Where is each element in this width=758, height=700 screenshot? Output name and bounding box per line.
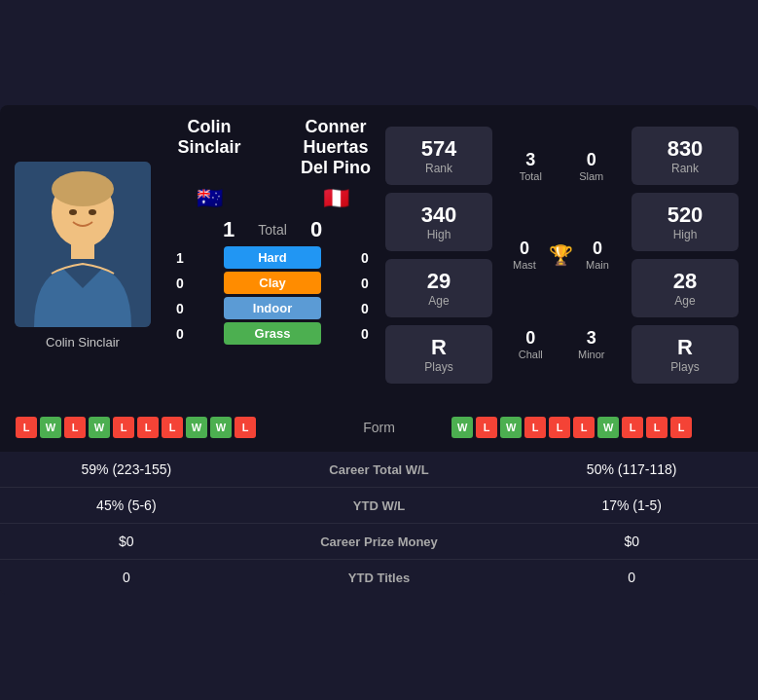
player1-minor-lbl: Minor: [578, 349, 605, 360]
player1-rank-val: 574: [421, 136, 457, 162]
player2-plays-val: R: [677, 335, 693, 360]
form-label: Form: [307, 420, 451, 435]
player1-high-val: 340: [421, 203, 457, 228]
player1-plays-lbl: Plays: [424, 360, 452, 374]
form-badge: L: [113, 417, 134, 438]
player1-plays-val: R: [431, 335, 447, 360]
career-stat-right: $0: [505, 534, 758, 549]
player1-total-item: 3 Total: [506, 150, 555, 182]
player2-rank-val: 830: [668, 136, 704, 162]
player2-rank-lbl: Rank: [671, 162, 699, 175]
svg-point-2: [52, 171, 114, 206]
player2-hard-score: 0: [350, 250, 379, 266]
form-badge: L: [646, 417, 668, 438]
form-badge: W: [500, 417, 522, 438]
player2-flag: 🇵🇪: [292, 186, 379, 211]
player2-stats-col: 830 Rank 520 High 28 Age R Plays: [626, 117, 742, 393]
career-stats-table: 59% (223-155) Career Total W/L 50% (117-…: [0, 452, 758, 595]
player2-age-box: 28 Age: [632, 259, 739, 317]
player2-total-score: 0: [302, 217, 331, 242]
player1-main-item: 0 Main: [573, 239, 622, 271]
total-label: Total: [243, 222, 302, 238]
player1-grass-score: 0: [165, 326, 195, 342]
career-stats-row: 0 YTD Titles 0: [0, 560, 758, 595]
player2-form-badges: WLWLLLWLLL: [451, 417, 742, 438]
player2-indoor-score: 0: [350, 301, 379, 316]
form-badge: L: [162, 417, 183, 438]
form-badge: L: [622, 417, 643, 438]
indoor-row: 0 Indoor 0: [165, 297, 379, 319]
player1-flag: 🇦🇺: [165, 186, 253, 211]
player2-chall-item: 0 Chall: [752, 328, 758, 360]
form-row: LWLWLLLWWL Form WLWLLLWLLL: [16, 417, 742, 438]
player1-slam-lbl: Slam: [579, 170, 603, 182]
form-section: LWLWLLLWWL Form WLWLLLWLLL: [0, 405, 758, 452]
form-badge: L: [137, 417, 159, 438]
player1-name: Colin Sinclair: [165, 117, 253, 158]
player2-rank-box: 830 Rank: [632, 127, 739, 185]
player2-high-lbl: High: [673, 228, 698, 241]
career-stat-left: 45% (5-6): [0, 497, 253, 513]
player1-stats-col: 574 Rank 340 High 29 Age R Plays: [379, 117, 496, 393]
player1-main-lbl: Main: [586, 259, 609, 271]
player1-high-lbl: High: [427, 228, 451, 241]
player2-total-item: 0 Total: [752, 150, 758, 182]
clay-label: Clay: [224, 272, 321, 294]
player1-minor-val: 3: [587, 328, 596, 349]
hard-label: Hard: [224, 246, 321, 269]
career-stat-center: YTD W/L: [253, 498, 506, 513]
form-badge: W: [40, 417, 61, 438]
form-badge: L: [670, 417, 692, 438]
player2-clay-score: 0: [350, 276, 379, 291]
match-card: Colin Sinclair Colin Sinclair Conner Hue…: [0, 105, 758, 595]
career-stat-left: 0: [0, 570, 253, 585]
career-stat-center: Career Prize Money: [253, 534, 506, 549]
form-badge: W: [186, 417, 207, 438]
player1-slam-val: 0: [587, 150, 596, 170]
player1-age-lbl: Age: [428, 294, 449, 308]
clay-row: 0 Clay 0: [165, 272, 379, 294]
player1-photo-label: Colin Sinclair: [46, 335, 120, 350]
player1-small-stats: 3 Total 0 Slam 0 Mast 🏆 0 Main: [496, 117, 626, 393]
player1-main-val: 0: [593, 239, 602, 259]
player1-total-val: 3: [525, 150, 535, 170]
player2-age-val: 28: [673, 269, 697, 294]
form-badge: L: [524, 417, 546, 438]
total-score-row: 1 Total 0: [165, 217, 379, 242]
player-names-row: Colin Sinclair Conner Huertas Del Pino: [165, 117, 379, 178]
career-stats-row: $0 Career Prize Money $0: [0, 524, 758, 560]
player1-total-score: 1: [214, 217, 243, 242]
player1-total-lbl: Total: [520, 170, 542, 182]
indoor-label: Indoor: [224, 297, 321, 319]
player1-age-box: 29 Age: [385, 259, 492, 317]
player1-photo: [15, 162, 151, 327]
career-stat-center: YTD Titles: [253, 571, 506, 585]
player1-plays-box: R Plays: [385, 325, 492, 384]
form-badge: L: [16, 417, 37, 438]
player2-name: Conner Huertas Del Pino: [292, 117, 379, 178]
form-badge: L: [64, 417, 86, 438]
player1-minor-item: 3 Minor: [567, 328, 616, 360]
player2-age-lbl: Age: [674, 294, 695, 308]
player1-rank-lbl: Rank: [425, 162, 452, 175]
svg-point-5: [89, 209, 96, 215]
career-stat-left: 59% (223-155): [0, 461, 253, 477]
hard-row: 1 Hard 0: [165, 246, 379, 269]
player2-plays-box: R Plays: [632, 325, 739, 384]
player2-high-val: 520: [668, 203, 704, 228]
player1-hard-score: 1: [165, 250, 195, 266]
form-badge: L: [549, 417, 570, 438]
player2-small-stats: 0 Total 0 Slam 0 Mast 🏆 0 Main: [742, 117, 758, 393]
form-badge: W: [597, 417, 619, 438]
form-badge: W: [89, 417, 110, 438]
player1-high-box: 340 High: [385, 193, 492, 251]
player2-plays-lbl: Plays: [670, 360, 699, 374]
form-badge: L: [573, 417, 595, 438]
player1-chall-val: 0: [525, 328, 535, 349]
player1-age-val: 29: [427, 269, 451, 294]
player1-chall-lbl: Chall: [519, 349, 543, 360]
career-stat-left: $0: [0, 534, 253, 549]
svg-rect-3: [71, 241, 94, 259]
svg-point-4: [69, 209, 77, 215]
form-badge: L: [476, 417, 497, 438]
